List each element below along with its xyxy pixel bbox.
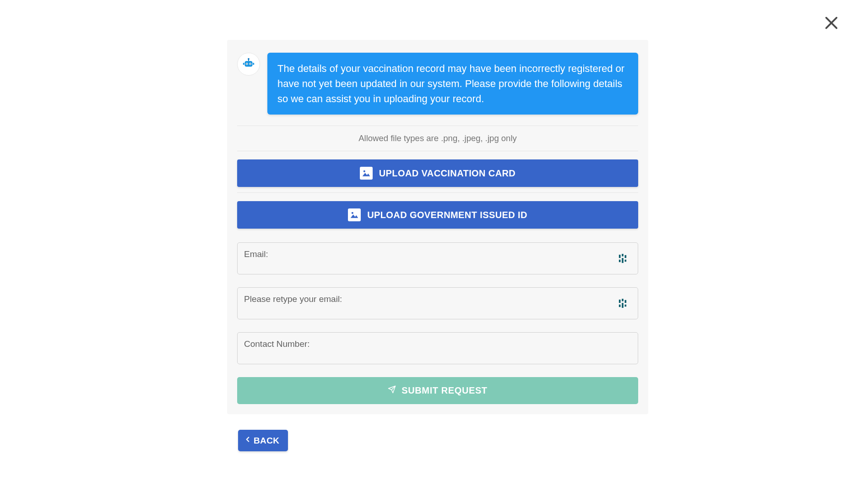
svg-rect-26 [625,305,627,307]
password-manager-icon[interactable] [618,254,627,263]
chevron-left-icon [244,435,252,446]
svg-rect-21 [619,300,621,303]
robot-icon [242,56,255,72]
upload-vaccination-section: UPLOAD VACCINATION CARD [237,151,638,187]
svg-rect-15 [619,255,621,258]
svg-rect-18 [619,260,621,262]
close-icon [824,15,839,33]
svg-rect-23 [625,300,627,303]
modal-card: The details of your vaccination record m… [227,40,648,414]
form-group: Email: Please retype your email: [237,242,638,404]
submit-request-label: SUBMIT REQUEST [401,385,487,396]
upload-gov-id-button[interactable]: UPLOAD GOVERNMENT ISSUED ID [237,201,638,229]
submit-request-button[interactable]: SUBMIT REQUEST [237,377,638,404]
email-confirm-field[interactable] [238,288,638,319]
email-confirm-field-wrapper: Please retype your email: [237,287,638,319]
svg-rect-22 [622,299,624,301]
svg-rect-17 [625,255,627,258]
svg-point-8 [250,63,251,64]
bot-message-bubble: The details of your vaccination record m… [267,53,638,115]
svg-rect-19 [622,258,624,263]
upload-vaccination-card-label: UPLOAD VACCINATION CARD [379,168,515,179]
svg-point-11 [363,170,365,172]
svg-rect-20 [625,260,627,262]
contact-number-field-wrapper: Contact Number: [237,332,638,364]
svg-marker-14 [351,214,358,218]
email-field[interactable] [238,243,638,274]
image-icon [348,208,361,221]
bot-avatar [237,53,260,76]
svg-point-13 [352,212,353,214]
svg-rect-24 [619,305,621,307]
bot-message-text: The details of your vaccination record m… [277,63,624,104]
back-button[interactable]: BACK [238,430,288,451]
svg-rect-16 [622,254,624,256]
close-button[interactable] [822,15,841,33]
allowed-file-types-text: Allowed file types are .png, .jpeg, .jpg… [237,126,638,151]
svg-point-7 [246,63,247,64]
email-field-wrapper: Email: [237,242,638,274]
bot-message-row: The details of your vaccination record m… [237,53,638,115]
svg-rect-3 [248,60,249,61]
image-icon [360,167,373,180]
password-manager-icon[interactable] [618,299,627,308]
upload-gov-id-section: UPLOAD GOVERNMENT ISSUED ID [237,192,638,229]
svg-rect-9 [243,63,244,65]
upload-vaccination-card-button[interactable]: UPLOAD VACCINATION CARD [237,159,638,187]
svg-marker-12 [362,173,370,176]
paper-plane-icon [388,385,396,396]
svg-rect-25 [622,303,624,308]
upload-gov-id-label: UPLOAD GOVERNMENT ISSUED ID [367,210,527,220]
svg-rect-10 [253,63,254,65]
contact-number-field[interactable] [238,333,638,364]
back-label: BACK [254,436,280,446]
